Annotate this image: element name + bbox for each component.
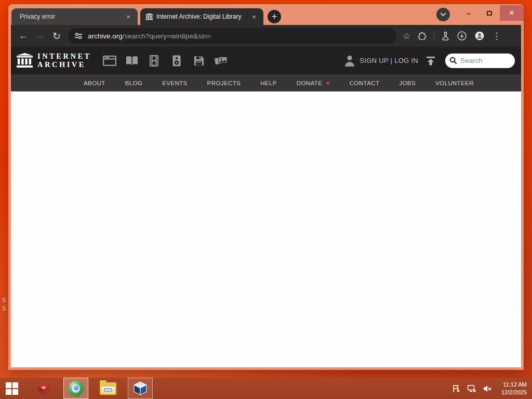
new-tab-button[interactable]: +	[268, 10, 281, 23]
logo-line-2: ARCHIVE	[37, 61, 91, 69]
tab-title: Privacy error	[20, 13, 121, 20]
tab-internet-archive[interactable]: Internet Archive: Digital Library ×	[140, 8, 263, 25]
nav-label: JOBS	[399, 80, 416, 86]
images-icon[interactable]	[215, 55, 228, 67]
nav-item-contact[interactable]: CONTACT	[350, 80, 380, 86]
nav-label: CONTACT	[350, 80, 380, 86]
toolbar-separator	[434, 31, 434, 41]
nav-item-blog[interactable]: BLOG	[125, 80, 143, 86]
window-controls: – ×	[436, 4, 524, 22]
address-bar[interactable]: archive.org/search?query=win8pe&sin=	[68, 28, 396, 44]
archive-header: INTERNET ARCHIVE	[11, 47, 521, 74]
texts-icon[interactable]	[125, 55, 139, 67]
minimize-button[interactable]: –	[458, 5, 479, 21]
nav-item-help[interactable]: HELP	[260, 80, 277, 86]
nav-item-volunteer[interactable]: VOLUNTEER	[435, 80, 474, 86]
nav-item-donate[interactable]: DONATE♥	[297, 79, 330, 87]
nav-label: DONATE	[297, 80, 322, 86]
upload-icon[interactable]	[425, 56, 436, 66]
profile-avatar-icon[interactable]	[474, 31, 485, 41]
search-input[interactable]	[460, 57, 508, 64]
network-status-icon[interactable]	[467, 384, 476, 393]
page-content-blank	[11, 91, 521, 367]
system-tray: 11:12 AM 12/2/2025	[452, 378, 532, 399]
volume-muted-icon[interactable]	[483, 384, 492, 393]
web-icon[interactable]	[103, 55, 116, 67]
reload-icon[interactable]: ↻	[48, 30, 65, 42]
start-button[interactable]	[0, 378, 24, 399]
logo-line-1: INTERNET	[37, 52, 91, 61]
taskbar-app-file-explorer[interactable]	[96, 378, 121, 399]
nav-item-events[interactable]: EVENTS	[162, 80, 187, 86]
windows-logo-icon	[6, 382, 18, 395]
url-text: archive.org/search?query=win8pe&sin=	[88, 32, 211, 40]
forward-icon[interactable]: →	[32, 30, 48, 42]
audio-icon[interactable]	[170, 55, 183, 67]
tab-privacy-error[interactable]: Privacy error ×	[11, 8, 138, 25]
taskbar: 11:12 AM 12/2/2025	[0, 378, 532, 399]
clock-date: 12/2/2025	[501, 389, 527, 396]
red-app-icon	[36, 382, 51, 395]
nav-label: VOLUNTEER	[435, 80, 474, 86]
tab-title: Internet Archive: Digital Library	[156, 13, 247, 20]
archive-header-right: SIGN UP | LOG IN	[344, 47, 515, 74]
maximize-icon	[487, 11, 492, 16]
virtualbox-icon	[132, 381, 148, 396]
site-info-icon[interactable]	[74, 32, 83, 39]
browser-menu-icon[interactable]: ⋮	[492, 31, 501, 42]
clock-time: 11:12 AM	[501, 381, 527, 389]
downloads-icon[interactable]	[457, 31, 467, 41]
maximize-button[interactable]	[479, 5, 500, 21]
nav-label: EVENTS	[162, 80, 187, 86]
close-window-button[interactable]: ×	[500, 5, 524, 21]
archive-nav: ABOUT BLOG EVENTS PROJECTS HELP DONATE♥ …	[11, 74, 521, 91]
archive-favicon-icon	[145, 13, 153, 21]
file-explorer-icon	[100, 382, 116, 395]
nav-label: HELP	[260, 80, 277, 86]
archive-search-box[interactable]	[445, 54, 515, 68]
nav-label: ABOUT	[84, 80, 105, 86]
search-icon	[449, 57, 457, 64]
desktop-icon-label-fragment: S	[2, 297, 6, 303]
browser-window: Privacy error × Internet Archive: Digita…	[8, 4, 524, 370]
action-center-flag-icon[interactable]	[452, 384, 461, 393]
taskbar-app-red[interactable]	[31, 378, 56, 399]
software-icon[interactable]	[192, 55, 206, 67]
signup-login-link[interactable]: SIGN UP | LOG IN	[360, 57, 418, 64]
nav-item-projects[interactable]: PROJECTS	[207, 80, 241, 86]
taskbar-clock[interactable]: 11:12 AM 12/2/2025	[498, 381, 527, 396]
browser-app-icon	[68, 381, 84, 396]
nav-label: BLOG	[125, 80, 143, 86]
taskbar-app-virtualbox[interactable]	[128, 378, 153, 399]
tab-search-button[interactable]	[436, 8, 450, 21]
nav-item-jobs[interactable]: JOBS	[399, 80, 416, 86]
heart-icon: ♥	[326, 79, 330, 87]
chevron-down-icon	[440, 12, 446, 17]
labs-flask-icon[interactable]	[442, 32, 449, 41]
video-icon[interactable]	[148, 55, 161, 67]
archive-logo[interactable]: INTERNET ARCHIVE	[16, 52, 91, 69]
media-type-icons	[103, 55, 228, 67]
taskbar-app-browser[interactable]	[63, 378, 88, 399]
person-icon	[344, 55, 355, 67]
back-icon[interactable]: ←	[15, 30, 32, 42]
browser-toolbar: ← → ↻ archive.org/search?query=win8pe&si…	[11, 25, 521, 47]
desktop-icon-label-fragment: S	[2, 305, 6, 312]
close-tab-icon[interactable]: ×	[124, 12, 132, 21]
nav-item-about[interactable]: ABOUT	[84, 80, 105, 86]
tab-strip: Privacy error × Internet Archive: Digita…	[8, 4, 524, 25]
toolbar-actions: ☆	[403, 31, 501, 42]
close-tab-icon[interactable]: ×	[250, 12, 258, 21]
url-domain: archive.org	[88, 32, 123, 40]
url-path: /search?query=win8pe&sin=	[123, 32, 211, 40]
extensions-icon[interactable]	[418, 32, 427, 41]
bookmark-star-icon[interactable]: ☆	[403, 31, 410, 42]
window-body: ← → ↻ archive.org/search?query=win8pe&si…	[11, 25, 521, 367]
nav-label: PROJECTS	[207, 80, 241, 86]
desktop: S S Privacy error × Internet Archive: Di…	[0, 0, 532, 399]
archive-logo-text: INTERNET ARCHIVE	[37, 52, 91, 69]
archive-building-icon	[16, 53, 33, 68]
